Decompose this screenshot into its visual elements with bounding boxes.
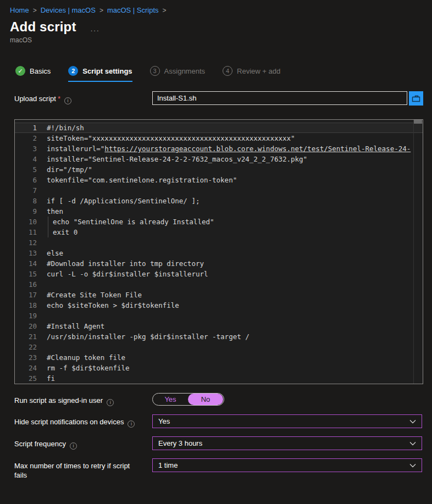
code-text: /usr/sbin/installer -pkg $dir$installer … [47,331,250,342]
breadcrumb-separator: > [99,7,103,14]
wizard-steps: ✓ Basics 2 Script settings 3 Assignments… [15,66,432,82]
line-number: 19 [15,311,37,321]
indent-guide [48,217,53,227]
page-subtitle: macOS [0,36,432,44]
code-line: 13else [15,248,423,258]
page-title: Add script [10,19,76,35]
info-icon[interactable]: i [128,420,135,428]
code-line: 21/usr/sbin/installer -pkg $dir$installe… [15,331,423,342]
line-number: 18 [15,300,37,311]
line-number: 23 [15,352,37,363]
code-line: 12 [15,237,423,248]
code-text: tokenfile="com.sentinelone.registration-… [47,175,237,185]
breadcrumb-separator: > [163,7,167,14]
tab-script-settings[interactable]: 2 Script settings [68,66,132,82]
chevron-down-icon [409,441,416,446]
line-number: 22 [15,342,37,352]
info-icon[interactable]: i [64,97,71,104]
tab-assignments[interactable]: 3 Assignments [150,66,205,81]
line-number: 2 [15,133,37,143]
breadcrumb-separator: > [33,7,37,14]
info-icon[interactable]: i [107,399,114,406]
code-text: else [47,248,63,258]
code-text: #!/bin/sh [47,123,84,133]
line-number: 17 [15,290,37,300]
line-number: 4 [15,154,37,164]
selected-value: 1 time [158,461,178,469]
code-line: 2siteToken="xxxxxxxxxxxxxxxxxxxxxxxxxxxx… [15,133,423,143]
toggle-option-no[interactable]: No [188,394,223,405]
code-line: 17#Create Site Token File [15,290,423,300]
upload-script-input[interactable] [152,91,407,105]
step-number-icon: 4 [223,66,232,76]
script-code-editor[interactable]: 1#!/bin/sh2siteToken="xxxxxxxxxxxxxxxxxx… [14,119,423,384]
tab-label: Assignments [164,67,205,75]
line-number: 8 [15,196,37,206]
info-icon[interactable]: i [70,442,77,450]
breadcrumb-macos-scripts[interactable]: macOS | Scripts [107,6,159,14]
more-options-icon[interactable]: ... [91,25,100,33]
code-text: dir="/tmp/" [47,164,92,175]
run-as-user-label: Run script as signed-in useri [14,393,152,406]
code-line: 3installerurl="https://yourstorageaccoun… [15,143,423,154]
tab-label: Script settings [82,67,132,75]
line-number: 13 [15,248,37,258]
tab-basics[interactable]: ✓ Basics [15,66,51,81]
check-icon: ✓ [15,66,25,76]
code-text: then [47,206,63,217]
step-number-icon: 3 [150,66,160,76]
line-number: 25 [15,373,37,384]
code-line: 19 [15,311,423,321]
code-line: 4installer="Sentinel-Release-24-2-2-7632… [15,154,423,164]
code-line: 24rm -f $dir$tokenfile [15,363,423,373]
code-lines: 1#!/bin/sh2siteToken="xxxxxxxxxxxxxxxxxx… [15,120,423,384]
code-line: 11exit 0 [15,227,423,237]
code-url-link: https://yourstorageaccount.blob.core.win… [104,145,411,153]
required-asterisk: * [58,95,60,103]
chevron-down-icon [409,419,416,424]
code-line: 7 [15,185,423,196]
code-text: rm -f $dir$tokenfile [47,363,130,373]
line-number: 15 [15,269,37,279]
code-text: exit 0 [47,227,77,237]
code-line: 1#!/bin/sh [15,123,423,133]
code-line: 25fi [15,373,423,384]
code-line: 15curl -L -o $dir$installer $installerur… [15,269,423,279]
code-line: 10echo "SentinelOne is already Installed… [15,217,423,227]
code-text: echo $siteToken > $dir$tokenfile [47,300,179,311]
indent-guide [48,227,53,237]
line-number: 3 [15,143,37,154]
script-frequency-label: Script frequencyi [14,436,152,450]
script-frequency-select[interactable]: Every 3 hours [152,436,422,450]
max-retries-select[interactable]: 1 time [152,458,422,472]
code-text: if [ -d /Applications/SentinelOne/ ]; [47,196,200,206]
code-line: 6tokenfile="com.sentinelone.registration… [15,175,423,185]
breadcrumb: Home > Devices | macOS > macOS | Scripts… [0,0,432,14]
code-line: 8if [ -d /Applications/SentinelOne/ ]; [15,196,423,206]
line-number: 16 [15,279,37,290]
code-text: echo "SentinelOne is already Installed" [47,217,214,227]
line-number: 14 [15,258,37,269]
hide-notifications-select[interactable]: Yes [152,414,422,428]
breadcrumb-devices-macos[interactable]: Devices | macOS [41,6,96,14]
line-number: 21 [15,331,37,342]
max-retries-label: Max number of times to retry if script f… [14,458,152,480]
code-line: 22 [15,342,423,352]
line-number: 5 [15,164,37,175]
folder-icon [412,95,420,102]
browse-file-button[interactable] [409,91,423,106]
code-line: 5dir="/tmp/" [15,164,423,175]
tab-label: Review + add [237,67,280,75]
editor-scrollbar[interactable] [413,120,423,384]
editor-scrollbar-thumb[interactable] [414,120,422,124]
code-text: installerurl="https://yourstorageaccount… [47,143,411,154]
selected-value: Every 3 hours [158,439,202,447]
toggle-option-yes[interactable]: Yes [153,394,188,405]
hide-notifications-label: Hide script notifications on devicesi [14,414,152,428]
tab-review-add[interactable]: 4 Review + add [223,66,280,81]
breadcrumb-home[interactable]: Home [10,6,29,14]
step-number-icon: 2 [68,66,78,76]
run-as-user-toggle[interactable]: Yes No [152,393,224,406]
line-number: 20 [15,321,37,331]
selected-value: Yes [158,417,170,425]
